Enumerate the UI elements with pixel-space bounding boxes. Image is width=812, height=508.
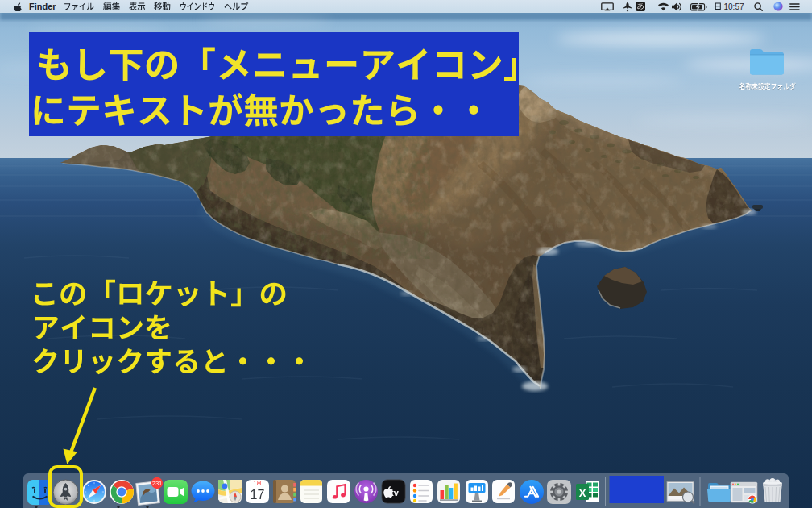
svg-text:231: 231 [152, 480, 163, 487]
svg-text:17: 17 [251, 488, 265, 502]
svg-text:X: X [579, 487, 586, 499]
